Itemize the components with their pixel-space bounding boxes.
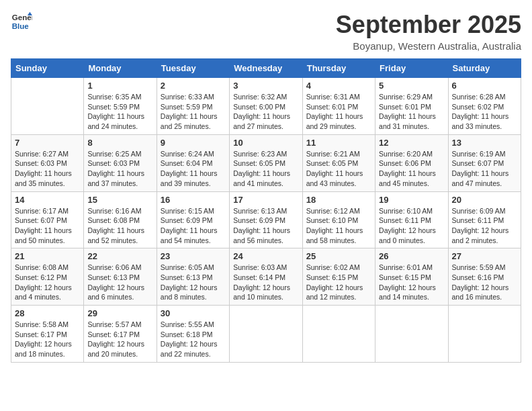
day-info: Sunrise: 5:57 AM Sunset: 6:17 PM Dayligh… <box>87 320 152 359</box>
day-info: Sunrise: 6:24 AM Sunset: 6:04 PM Dayligh… <box>161 149 226 189</box>
day-info: Sunrise: 6:25 AM Sunset: 6:03 PM Dayligh… <box>87 149 152 189</box>
day-info: Sunrise: 6:32 AM Sunset: 6:00 PM Dayligh… <box>233 92 298 132</box>
day-number: 17 <box>233 195 298 205</box>
calendar-cell: 19Sunrise: 6:10 AM Sunset: 6:11 PM Dayli… <box>375 191 448 248</box>
day-info: Sunrise: 6:01 AM Sunset: 6:15 PM Dayligh… <box>379 263 444 302</box>
day-number: 18 <box>306 195 371 205</box>
calendar-week-row: 28Sunrise: 5:58 AM Sunset: 6:17 PM Dayli… <box>11 306 521 363</box>
calendar-cell: 23Sunrise: 6:05 AM Sunset: 6:13 PM Dayli… <box>157 248 229 306</box>
day-info: Sunrise: 6:31 AM Sunset: 6:01 PM Dayligh… <box>306 92 371 132</box>
day-number: 20 <box>452 195 517 205</box>
calendar-cell: 21Sunrise: 6:08 AM Sunset: 6:12 PM Dayli… <box>11 248 84 306</box>
location: Boyanup, Western Australia, Australia <box>336 40 521 52</box>
logo: General Blue <box>11 11 32 32</box>
day-of-week-header: Friday <box>375 59 448 78</box>
calendar-cell: 6Sunrise: 6:28 AM Sunset: 6:02 PM Daylig… <box>448 78 521 135</box>
day-number: 6 <box>452 81 517 91</box>
day-number: 12 <box>379 138 444 148</box>
day-info: Sunrise: 6:09 AM Sunset: 6:11 PM Dayligh… <box>452 206 517 246</box>
day-number: 13 <box>452 138 517 148</box>
day-info: Sunrise: 6:16 AM Sunset: 6:08 PM Dayligh… <box>87 206 152 246</box>
calendar-cell <box>448 306 521 363</box>
calendar-cell: 15Sunrise: 6:16 AM Sunset: 6:08 PM Dayli… <box>84 191 157 248</box>
calendar-cell: 1Sunrise: 6:35 AM Sunset: 5:59 PM Daylig… <box>84 78 157 135</box>
title-block: September 2025 Boyanup, Western Australi… <box>336 11 521 52</box>
day-of-week-header: Saturday <box>448 59 521 78</box>
calendar-cell: 12Sunrise: 6:20 AM Sunset: 6:06 PM Dayli… <box>375 134 448 191</box>
day-number: 8 <box>87 138 152 148</box>
calendar-cell: 8Sunrise: 6:25 AM Sunset: 6:03 PM Daylig… <box>84 134 157 191</box>
calendar-cell: 4Sunrise: 6:31 AM Sunset: 6:01 PM Daylig… <box>302 78 375 135</box>
calendar-cell <box>375 306 448 363</box>
calendar-cell: 10Sunrise: 6:23 AM Sunset: 6:05 PM Dayli… <box>230 134 302 191</box>
calendar-cell: 14Sunrise: 6:17 AM Sunset: 6:07 PM Dayli… <box>11 191 84 248</box>
calendar-cell: 27Sunrise: 5:59 AM Sunset: 6:16 PM Dayli… <box>448 248 521 306</box>
calendar-week-row: 7Sunrise: 6:27 AM Sunset: 6:03 PM Daylig… <box>11 134 521 191</box>
day-number: 9 <box>161 138 226 148</box>
day-info: Sunrise: 5:55 AM Sunset: 6:18 PM Dayligh… <box>161 320 226 359</box>
day-info: Sunrise: 6:03 AM Sunset: 6:14 PM Dayligh… <box>233 263 298 302</box>
calendar-header-row: SundayMondayTuesdayWednesdayThursdayFrid… <box>11 59 521 78</box>
day-info: Sunrise: 6:06 AM Sunset: 6:13 PM Dayligh… <box>87 263 152 302</box>
calendar-cell: 5Sunrise: 6:29 AM Sunset: 6:01 PM Daylig… <box>375 78 448 135</box>
page-header: General Blue September 2025 Boyanup, Wes… <box>11 11 521 52</box>
calendar-cell: 26Sunrise: 6:01 AM Sunset: 6:15 PM Dayli… <box>375 248 448 306</box>
calendar-cell: 18Sunrise: 6:12 AM Sunset: 6:10 PM Dayli… <box>302 191 375 248</box>
day-of-week-header: Wednesday <box>230 59 302 78</box>
svg-text:Blue: Blue <box>12 22 30 30</box>
day-info: Sunrise: 6:20 AM Sunset: 6:06 PM Dayligh… <box>379 149 444 189</box>
calendar-week-row: 14Sunrise: 6:17 AM Sunset: 6:07 PM Dayli… <box>11 191 521 248</box>
day-number: 16 <box>161 195 226 205</box>
day-number: 1 <box>87 81 152 91</box>
day-info: Sunrise: 6:17 AM Sunset: 6:07 PM Dayligh… <box>15 206 80 246</box>
day-number: 2 <box>161 81 226 91</box>
day-info: Sunrise: 6:15 AM Sunset: 6:09 PM Dayligh… <box>161 206 226 246</box>
day-number: 28 <box>15 308 80 318</box>
calendar-cell <box>302 306 375 363</box>
day-number: 27 <box>452 251 517 261</box>
day-info: Sunrise: 6:35 AM Sunset: 5:59 PM Dayligh… <box>87 92 152 132</box>
calendar-cell: 3Sunrise: 6:32 AM Sunset: 6:00 PM Daylig… <box>230 78 302 135</box>
calendar-cell: 17Sunrise: 6:13 AM Sunset: 6:09 PM Dayli… <box>230 191 302 248</box>
calendar-cell: 13Sunrise: 6:19 AM Sunset: 6:07 PM Dayli… <box>448 134 521 191</box>
day-info: Sunrise: 6:23 AM Sunset: 6:05 PM Dayligh… <box>233 149 298 189</box>
day-number: 21 <box>15 251 80 261</box>
day-info: Sunrise: 6:27 AM Sunset: 6:03 PM Dayligh… <box>15 149 80 189</box>
day-number: 4 <box>306 81 371 91</box>
day-info: Sunrise: 6:13 AM Sunset: 6:09 PM Dayligh… <box>233 206 298 246</box>
day-number: 22 <box>87 251 152 261</box>
calendar-cell: 7Sunrise: 6:27 AM Sunset: 6:03 PM Daylig… <box>11 134 84 191</box>
calendar-cell: 11Sunrise: 6:21 AM Sunset: 6:05 PM Dayli… <box>302 134 375 191</box>
day-info: Sunrise: 6:10 AM Sunset: 6:11 PM Dayligh… <box>379 206 444 246</box>
day-info: Sunrise: 6:21 AM Sunset: 6:05 PM Dayligh… <box>306 149 371 189</box>
calendar-cell: 20Sunrise: 6:09 AM Sunset: 6:11 PM Dayli… <box>448 191 521 248</box>
day-info: Sunrise: 6:05 AM Sunset: 6:13 PM Dayligh… <box>161 263 226 302</box>
day-of-week-header: Thursday <box>302 59 375 78</box>
calendar-table: SundayMondayTuesdayWednesdayThursdayFrid… <box>11 58 521 363</box>
calendar-cell: 22Sunrise: 6:06 AM Sunset: 6:13 PM Dayli… <box>84 248 157 306</box>
day-number: 23 <box>161 251 226 261</box>
day-of-week-header: Tuesday <box>157 59 229 78</box>
calendar-week-row: 1Sunrise: 6:35 AM Sunset: 5:59 PM Daylig… <box>11 78 521 135</box>
calendar-cell: 2Sunrise: 6:33 AM Sunset: 5:59 PM Daylig… <box>157 78 229 135</box>
day-number: 7 <box>15 138 80 148</box>
day-number: 14 <box>15 195 80 205</box>
day-info: Sunrise: 6:29 AM Sunset: 6:01 PM Dayligh… <box>379 92 444 132</box>
day-info: Sunrise: 6:12 AM Sunset: 6:10 PM Dayligh… <box>306 206 371 246</box>
day-info: Sunrise: 6:02 AM Sunset: 6:15 PM Dayligh… <box>306 263 371 302</box>
calendar-cell <box>11 78 84 135</box>
day-number: 25 <box>306 251 371 261</box>
day-info: Sunrise: 6:33 AM Sunset: 5:59 PM Dayligh… <box>161 92 226 132</box>
calendar-cell: 16Sunrise: 6:15 AM Sunset: 6:09 PM Dayli… <box>157 191 229 248</box>
day-info: Sunrise: 6:08 AM Sunset: 6:12 PM Dayligh… <box>15 263 80 302</box>
calendar-cell: 29Sunrise: 5:57 AM Sunset: 6:17 PM Dayli… <box>84 306 157 363</box>
day-number: 5 <box>379 81 444 91</box>
day-number: 30 <box>161 308 226 318</box>
calendar-cell: 9Sunrise: 6:24 AM Sunset: 6:04 PM Daylig… <box>157 134 229 191</box>
day-number: 29 <box>87 308 152 318</box>
calendar-cell: 24Sunrise: 6:03 AM Sunset: 6:14 PM Dayli… <box>230 248 302 306</box>
day-number: 3 <box>233 81 298 91</box>
day-number: 10 <box>233 138 298 148</box>
day-info: Sunrise: 6:19 AM Sunset: 6:07 PM Dayligh… <box>452 149 517 189</box>
calendar-cell: 28Sunrise: 5:58 AM Sunset: 6:17 PM Dayli… <box>11 306 84 363</box>
